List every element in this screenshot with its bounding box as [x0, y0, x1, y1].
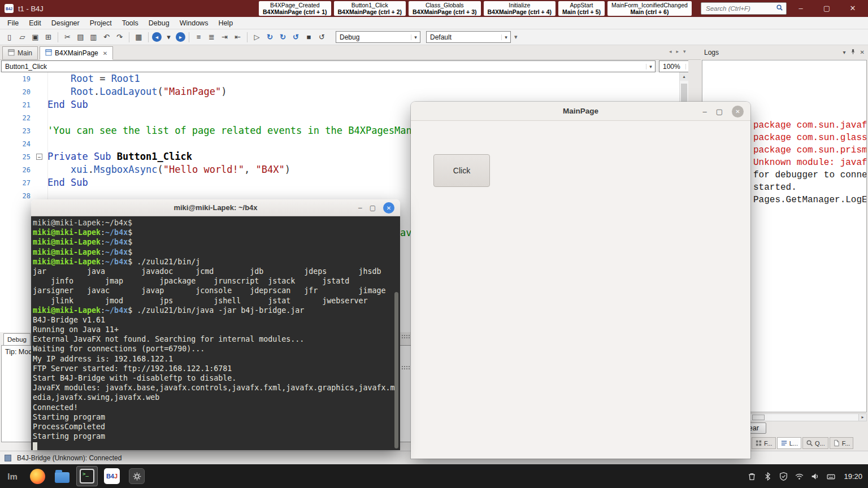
build-profile-dropdown[interactable]: Default ▾ [426, 31, 511, 43]
bookmarks-icon[interactable]: ▦ [133, 31, 145, 43]
build-config-value: Debug [340, 33, 359, 41]
shortcut-chip[interactable]: InitializeB4XMainPage (ctrl + 4) [484, 1, 556, 16]
save-icon[interactable]: ▣ [29, 31, 41, 43]
pin-icon[interactable] [850, 49, 856, 56]
minimize-icon[interactable]: – [788, 0, 814, 17]
maximize-icon[interactable]: ▢ [814, 0, 840, 17]
files-tab[interactable]: F... [752, 437, 776, 449]
close-icon[interactable]: ✕ [383, 202, 394, 213]
uncomment-icon[interactable]: ≣ [206, 31, 218, 43]
shortcut-chip[interactable]: Button1_ClickB4XMainPage (ctrl + 2) [334, 1, 406, 16]
clock[interactable]: 19:20 [844, 472, 862, 481]
paste-icon[interactable]: ▥ [88, 31, 99, 43]
terminal-line: FTP Server started: ftp://192.168.122.1:… [33, 364, 400, 373]
trash-icon[interactable] [745, 470, 758, 482]
splitter-grip[interactable] [401, 365, 411, 371]
scroll-right-icon[interactable]: ▸ [858, 414, 866, 421]
tab-main[interactable]: Main [2, 46, 38, 60]
keyboard-icon[interactable] [824, 470, 837, 482]
scrollbar-thumb[interactable] [752, 415, 765, 420]
firefox-icon[interactable] [27, 466, 48, 486]
nav-history-icon[interactable]: ▾ [163, 31, 175, 43]
scroll-right-icon[interactable]: ▸ [676, 49, 679, 54]
menu-windows[interactable]: Windows [175, 17, 214, 29]
shortcut-chip[interactable]: AppStartMain (ctrl + 5) [558, 1, 605, 16]
click-button[interactable]: Click [433, 154, 490, 187]
terminal-line: JavaFX modules: javafx.base,javafx.contr… [33, 383, 400, 393]
file-manager-icon[interactable] [51, 466, 73, 486]
chevron-down-icon[interactable]: ▾ [843, 49, 846, 55]
shortcut-chip[interactable]: MainForm_IconifiedChangedMain (ctrl + 6) [607, 1, 692, 16]
menu-debug[interactable]: Debug [144, 17, 175, 29]
splitter-grip[interactable] [401, 334, 411, 339]
maximize-icon[interactable]: ▢ [370, 204, 376, 212]
menu-tools[interactable]: Tools [117, 17, 144, 29]
new-file-icon[interactable]: ▯ [3, 31, 15, 43]
bluetooth-icon[interactable] [761, 470, 774, 482]
scrollbar-thumb[interactable] [394, 292, 398, 448]
copy-icon[interactable]: ▤ [75, 31, 86, 43]
menu-file[interactable]: File [2, 17, 24, 29]
terminal-window[interactable]: miki@miki-Lapek: ~/b4x – ▢ ✕ miki@miki-L… [31, 199, 400, 450]
stop-icon[interactable]: ■ [303, 31, 315, 43]
start-menu-button[interactable]: lm [0, 466, 25, 486]
taskbar: lm >_ B4J 19:20 [0, 464, 868, 488]
scroll-up-icon[interactable]: ▴ [680, 72, 688, 81]
shield-icon[interactable] [777, 470, 789, 482]
resume-icon[interactable]: ↺ [290, 31, 302, 43]
wifi-icon[interactable] [793, 470, 805, 482]
run-icon[interactable]: ▷ [251, 31, 263, 43]
cut-icon[interactable]: ✂ [62, 31, 73, 43]
rebuild-icon[interactable]: ↻ [264, 31, 276, 43]
tab-b4xmainpage[interactable]: B4XMainPage ✕ [40, 46, 113, 60]
debug-restart-icon[interactable]: ↻ [277, 31, 289, 43]
mainpage-titlebar[interactable]: MainPage – ▢ ✕ [411, 102, 750, 121]
find-all-tab[interactable]: F... [830, 437, 854, 449]
tab-list-icon[interactable]: ▾ [683, 49, 686, 54]
tab-debug-log[interactable]: Debug [3, 333, 31, 345]
close-tab-icon[interactable]: ✕ [103, 50, 107, 56]
save-all-icon[interactable]: ⊞ [42, 31, 54, 43]
shortcut-chip[interactable]: Class_GlobalsB4XMainPage (ctrl + 3) [409, 1, 481, 16]
close-icon[interactable]: ✕ [732, 106, 744, 117]
quick-search-tab[interactable]: Q... [802, 437, 828, 449]
close-icon[interactable]: ✕ [860, 49, 865, 55]
build-config-dropdown[interactable]: Debug ▾ [336, 31, 420, 43]
terminal-body[interactable]: miki@miki-Lapek:~/b4x$miki@miki-Lapek:~/… [31, 216, 400, 450]
redo-icon[interactable]: ↷ [114, 31, 125, 43]
clean-project-icon[interactable]: ↺ [316, 31, 328, 43]
indent-icon[interactable]: ⇥ [219, 31, 231, 43]
maximize-icon[interactable]: ▢ [716, 107, 723, 116]
minimize-icon[interactable]: – [358, 204, 362, 212]
menu-designer[interactable]: Designer [46, 17, 85, 29]
undo-icon[interactable]: ↶ [101, 31, 112, 43]
close-icon[interactable]: ✕ [840, 0, 866, 17]
settings-icon[interactable] [126, 466, 147, 486]
fold-collapse-icon[interactable]: − [36, 154, 42, 160]
scrollbar-thumb[interactable] [681, 84, 687, 103]
comment-icon[interactable]: ≡ [193, 31, 205, 43]
b4j-icon[interactable]: B4J [101, 466, 123, 486]
tab-label: Main [18, 49, 32, 57]
terminal-icon[interactable]: >_ [76, 466, 98, 486]
volume-icon[interactable] [809, 470, 821, 482]
menu-project[interactable]: Project [85, 17, 117, 29]
layouts-menu-icon[interactable]: ▾ [514, 33, 518, 41]
terminal-titlebar[interactable]: miki@miki-Lapek: ~/b4x – ▢ ✕ [31, 199, 400, 216]
minimize-icon[interactable]: – [702, 107, 706, 116]
nav-forward-icon[interactable]: ▸ [176, 32, 185, 42]
shortcut-chip[interactable]: B4XPage_CreatedB4XMainPage (ctrl + 1) [259, 1, 331, 16]
open-project-icon[interactable]: ▱ [16, 31, 28, 43]
logs-tab[interactable]: L... [777, 437, 801, 449]
terminal-scrollbar[interactable] [394, 216, 399, 450]
code-line-19[interactable]: 19 Root = Root1 [0, 72, 679, 85]
mainpage-window[interactable]: MainPage – ▢ ✕ Click [411, 102, 750, 459]
menu-help[interactable]: Help [213, 17, 238, 29]
outdent-icon[interactable]: ⇤ [232, 31, 244, 43]
scroll-left-icon[interactable]: ◂ [669, 49, 672, 54]
search-input[interactable]: Search (Ctrl+F) [701, 2, 787, 15]
code-line-20[interactable]: 20 Root.LoadLayout("MainPage") [0, 85, 679, 98]
nav-back-icon[interactable]: ◂ [152, 32, 162, 42]
member-dropdown[interactable]: Button1_Click ▾ [1, 60, 656, 72]
menu-edit[interactable]: Edit [24, 17, 46, 29]
